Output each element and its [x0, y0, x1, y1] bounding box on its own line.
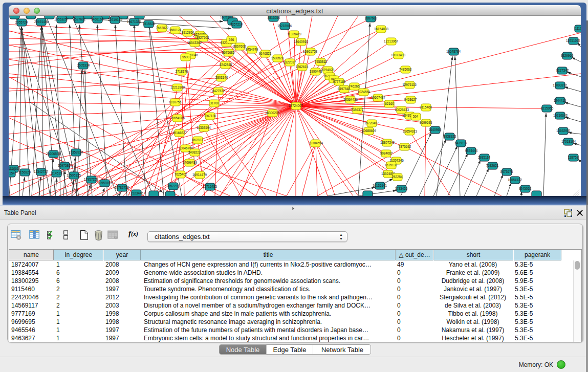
svg-text:746266: 746266 — [349, 84, 360, 88]
svg-text:19654985: 19654985 — [170, 116, 185, 120]
svg-text:7515526: 7515526 — [143, 22, 156, 26]
svg-text:19166827: 19166827 — [172, 131, 187, 135]
svg-text:39154: 39154 — [9, 171, 15, 175]
svg-text:12093872: 12093872 — [553, 83, 568, 87]
svg-text:6794028: 6794028 — [322, 68, 335, 72]
svg-text:1810755: 1810755 — [169, 100, 182, 104]
svg-text:9329966: 9329966 — [561, 54, 574, 57]
svg-text:17018104: 17018104 — [561, 140, 576, 143]
svg-text:16671385: 16671385 — [127, 20, 142, 24]
svg-text:16914479: 16914479 — [192, 173, 207, 177]
svg-text:2605334: 2605334 — [77, 63, 90, 67]
svg-text:16961758: 16961758 — [303, 50, 318, 53]
svg-text:18724007: 18724007 — [289, 104, 303, 107]
svg-text:8813054: 8813054 — [268, 16, 280, 19]
svg-text:9463627: 9463627 — [404, 98, 417, 101]
svg-text:9590: 9590 — [182, 55, 190, 59]
svg-text:9874444: 9874444 — [465, 149, 478, 152]
svg-text:10553257: 10553257 — [54, 17, 69, 21]
svg-text:11325419: 11325419 — [287, 32, 301, 36]
svg-text:16648784: 16648784 — [446, 50, 461, 53]
svg-text:9777169: 9777169 — [333, 80, 346, 83]
svg-text:20364436: 20364436 — [343, 98, 358, 101]
svg-text:10973493: 10973493 — [391, 53, 406, 57]
svg-text:19654923: 19654923 — [403, 129, 418, 133]
svg-text:15720407: 15720407 — [364, 121, 379, 125]
svg-text:18807249: 18807249 — [380, 141, 395, 144]
svg-text:8454749: 8454749 — [246, 48, 258, 51]
svg-text:118753: 118753 — [568, 156, 579, 159]
svg-text:9227342: 9227342 — [556, 69, 569, 72]
svg-text:12975115: 12975115 — [402, 83, 417, 86]
svg-text:6479197: 6479197 — [455, 141, 468, 145]
svg-text:1156829: 1156829 — [18, 170, 31, 174]
svg-text:7485063: 7485063 — [399, 68, 412, 71]
svg-text:9857791: 9857791 — [167, 184, 180, 188]
svg-text:20206535: 20206535 — [46, 152, 61, 156]
svg-text:10025433: 10025433 — [395, 108, 409, 112]
svg-text:14099489: 14099489 — [183, 161, 198, 164]
svg-text:8427532: 8427532 — [212, 89, 225, 93]
svg-text:19218506: 19218506 — [277, 24, 292, 28]
svg-text:30975867: 30975867 — [58, 164, 73, 167]
svg-text:8322037: 8322037 — [284, 60, 296, 64]
svg-text:1024554: 1024554 — [358, 90, 371, 94]
svg-text:1990448: 1990448 — [310, 70, 322, 73]
svg-text:9699695: 9699695 — [420, 121, 432, 124]
svg-text:867833: 867833 — [192, 138, 203, 142]
svg-text:9242848: 9242848 — [220, 63, 232, 67]
svg-text:7386372: 7386372 — [351, 108, 364, 112]
svg-text:10958107: 10958107 — [98, 181, 113, 185]
svg-text:8912954: 8912954 — [182, 31, 194, 34]
svg-text:10719135: 10719135 — [108, 18, 123, 21]
svg-text:11172: 11172 — [575, 27, 581, 30]
svg-text:7632621: 7632621 — [486, 164, 499, 167]
svg-text:1640955: 1640955 — [429, 128, 442, 132]
svg-text:9084067: 9084067 — [380, 151, 393, 155]
svg-text:11353594: 11353594 — [197, 126, 211, 129]
svg-text:16782759: 16782759 — [115, 186, 129, 189]
svg-text:2867608: 2867608 — [233, 45, 246, 48]
svg-text:31700: 31700 — [210, 101, 219, 105]
svg-text:17957253: 17957253 — [84, 178, 99, 181]
svg-text:2055724: 2055724 — [15, 20, 28, 24]
svg-text:12213369: 12213369 — [170, 85, 185, 89]
svg-text:16136141: 16136141 — [373, 184, 387, 187]
svg-text:12323446: 12323446 — [129, 191, 144, 195]
svg-text:13692951: 13692951 — [556, 129, 571, 133]
svg-text:1527602: 1527602 — [73, 17, 86, 21]
svg-text:2803144: 2803144 — [215, 76, 228, 79]
svg-text:19384554: 19384554 — [309, 141, 323, 145]
svg-text:3498222: 3498222 — [188, 150, 201, 154]
svg-text:7357214: 7357214 — [230, 23, 243, 26]
svg-text:504: 504 — [413, 115, 419, 118]
svg-text:8215956: 8215956 — [541, 106, 554, 110]
svg-text:17359934: 17359934 — [69, 150, 83, 154]
svg-text:12505135: 12505135 — [67, 173, 81, 177]
svg-text:16543362: 16543362 — [187, 41, 202, 45]
svg-text:7663822: 7663822 — [156, 26, 169, 30]
svg-text:8660124: 8660124 — [169, 28, 182, 32]
svg-text:15751074: 15751074 — [566, 39, 581, 42]
svg-text:20691406: 20691406 — [34, 20, 49, 24]
svg-text:1615132: 1615132 — [385, 163, 398, 167]
svg-text:252254: 252254 — [391, 175, 403, 179]
svg-text:9115460: 9115460 — [420, 105, 432, 109]
svg-text:9245052: 9245052 — [519, 187, 532, 190]
svg-text:7875692: 7875692 — [399, 145, 411, 148]
svg-text:10688609: 10688609 — [362, 129, 377, 133]
svg-text:1588520: 1588520 — [271, 56, 284, 60]
svg-text:546: 546 — [229, 38, 234, 41]
svg-text:18640910: 18640910 — [294, 40, 309, 43]
svg-text:1733426: 1733426 — [395, 187, 408, 190]
svg-text:10607487: 10607487 — [371, 96, 386, 99]
svg-text:18300215: 18300215 — [265, 111, 280, 115]
svg-text:10210643: 10210643 — [553, 114, 568, 117]
svg-text:16154838: 16154838 — [374, 27, 389, 31]
svg-text:2887682: 2887682 — [365, 16, 378, 20]
svg-text:5675685: 5675685 — [222, 51, 235, 54]
svg-text:114519: 114519 — [52, 171, 62, 175]
svg-text:9327508: 9327508 — [197, 36, 209, 39]
svg-text:3267130: 3267130 — [204, 114, 216, 118]
svg-text:9146821: 9146821 — [259, 52, 272, 55]
